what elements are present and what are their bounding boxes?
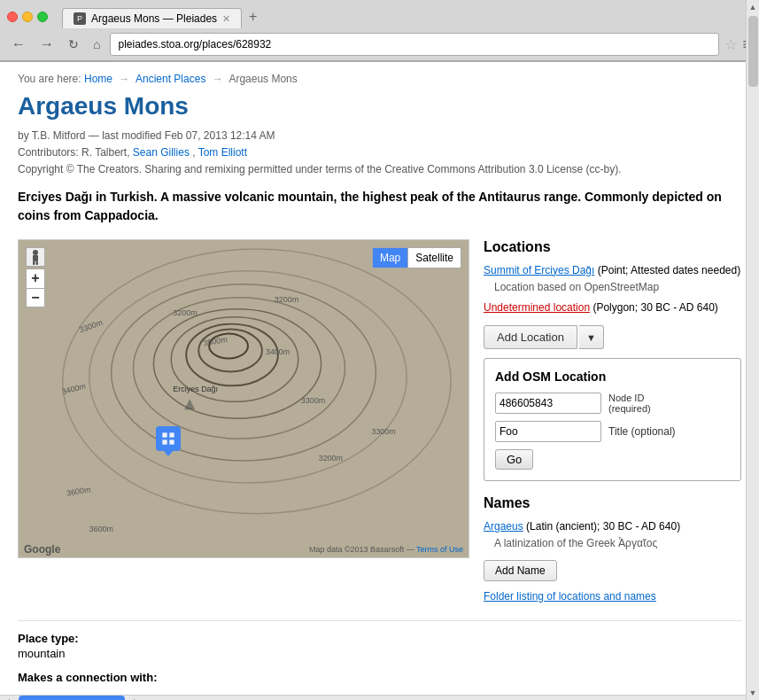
map-terms-link[interactable]: Terms of Use <box>416 545 463 554</box>
svg-rect-24 <box>33 255 38 261</box>
maximize-window-btn[interactable] <box>37 12 48 22</box>
location-detail-0: (Point; Attested dates needed) <box>598 264 740 276</box>
breadcrumb-home-link[interactable]: Home <box>84 73 112 85</box>
main-layout: 3300m 3400m 3600m 3600m 3200m 3200m 3500… <box>18 239 741 603</box>
page-content: You are here: Home → Ancient Places → Ar… <box>0 62 759 695</box>
name-link-0[interactable]: Argaeus <box>484 520 523 533</box>
traffic-lights <box>7 12 48 22</box>
sean-gillies-link[interactable]: Sean Gillies <box>133 146 190 159</box>
name-detail-0: (Latin (ancient); 30 BC - AD 640) <box>526 520 680 533</box>
zoom-out-button[interactable]: − <box>26 288 45 307</box>
breadcrumb-current: Argaeus Mons <box>228 73 297 85</box>
h-scroll-thumb[interactable] <box>19 696 125 700</box>
svg-rect-25 <box>33 261 35 265</box>
location-link-1[interactable]: Undetermined location <box>484 301 590 314</box>
svg-text:3300m: 3300m <box>371 427 395 436</box>
svg-rect-29 <box>162 439 167 444</box>
vertical-scrollbar[interactable]: ▲ ▼ <box>746 0 759 700</box>
page-meta: by T.B. Mitford — last modified Feb 07, … <box>18 128 741 179</box>
page-title: Argaeus Mons <box>18 92 741 121</box>
breadcrumb-ancient-places-link[interactable]: Ancient Places <box>136 73 205 85</box>
address-bar[interactable] <box>110 33 719 56</box>
map-type-map-btn[interactable]: Map <box>373 248 408 268</box>
forward-button[interactable]: → <box>35 35 58 54</box>
minimize-window-btn[interactable] <box>22 12 33 22</box>
svg-text:3400m: 3400m <box>266 347 290 356</box>
meta-line1: by T.B. Mitford — last modified Feb 07, … <box>18 128 741 144</box>
contributors-label: Contributors: R. Talbert, <box>18 146 133 159</box>
map-attribution: Map data ©2013 Basarsoft — Terms of Use <box>309 545 463 554</box>
back-button[interactable]: ← <box>7 35 30 54</box>
meta-line3: Copyright © The Creators. Sharing and re… <box>18 161 741 178</box>
folder-listing-link[interactable]: Folder listing of locations and names <box>484 590 741 603</box>
tom-elliott-link[interactable]: Tom Elliott <box>198 146 247 159</box>
breadcrumb: You are here: Home → Ancient Places → Ar… <box>18 73 741 85</box>
map-footer: Google Map data ©2013 Basarsoft — Terms … <box>19 541 469 557</box>
name-sub-0: A latinization of the Greek Ἀργαῖος <box>494 535 741 552</box>
meta-line2: Contributors: R. Talbert, Sean Gillies ,… <box>18 144 741 161</box>
svg-text:3200m: 3200m <box>319 454 343 463</box>
scroll-left-arrow[interactable]: ◀ <box>0 697 13 701</box>
map-container[interactable]: 3300m 3400m 3600m 3600m 3200m 3200m 3500… <box>18 239 469 558</box>
svg-rect-0 <box>19 240 469 558</box>
scroll-down-arrow[interactable]: ▼ <box>747 688 759 697</box>
scroll-right-arrow[interactable]: ▶ <box>130 697 143 701</box>
svg-point-23 <box>33 250 38 255</box>
title-input[interactable] <box>495 421 601 442</box>
add-location-bar: Add Location ▼ <box>484 325 741 349</box>
new-tab-button[interactable]: + <box>242 5 264 28</box>
place-type-label: Place type: <box>18 632 741 645</box>
bookmark-button[interactable]: ☆ <box>724 36 737 53</box>
names-section-title: Names <box>484 495 741 511</box>
go-button[interactable]: Go <box>495 449 533 470</box>
makes-connection-label: Makes a connection with: <box>18 671 741 684</box>
v-scroll-thumb[interactable] <box>748 16 758 87</box>
svg-text:3300m: 3300m <box>301 396 325 405</box>
you-are-here-label: You are here: <box>18 73 81 85</box>
svg-text:3200m: 3200m <box>173 307 197 316</box>
svg-rect-26 <box>36 261 39 265</box>
tab-bar: P Argaeus Mons — Pleiades ✕ + <box>62 5 264 28</box>
svg-rect-30 <box>169 439 174 444</box>
home-button[interactable]: ⌂ <box>89 35 105 53</box>
tab-close-btn[interactable]: ✕ <box>222 13 230 25</box>
map-pegman-btn[interactable] <box>26 247 45 267</box>
node-id-row: Node ID (required) <box>495 393 730 414</box>
node-id-label: Node ID (required) <box>608 393 651 414</box>
node-id-label-group: Node ID (required) <box>608 393 651 414</box>
add-location-dropdown-btn[interactable]: ▼ <box>579 325 604 349</box>
page-description: Erciyes Dağı in Turkish. A massive volca… <box>18 188 741 225</box>
name-item-0: Argaeus (Latin (ancient); 30 BC - AD 640… <box>484 518 741 552</box>
active-tab[interactable]: P Argaeus Mons — Pleiades ✕ <box>62 8 242 28</box>
locations-section-title: Locations <box>484 239 741 255</box>
place-type-value: mountain <box>18 647 741 660</box>
map-type-selector: Map Satellite <box>372 247 461 268</box>
location-item-1: Undetermined location (Polygon; 30 BC - … <box>484 299 741 316</box>
add-name-button[interactable]: Add Name <box>484 560 557 581</box>
location-link-0[interactable]: Summit of Erciyes Dağı <box>484 264 594 276</box>
zoom-in-button[interactable]: + <box>26 268 45 288</box>
add-location-button[interactable]: Add Location <box>484 325 577 349</box>
breadcrumb-arrow-1: → <box>119 73 129 85</box>
node-id-input[interactable] <box>495 393 601 414</box>
names-section: Names Argaeus (Latin (ancient); 30 BC - … <box>484 495 741 602</box>
map-marker[interactable] <box>156 426 181 451</box>
title-label: Title (optional) <box>608 425 676 438</box>
osm-box-title: Add OSM Location <box>495 369 730 384</box>
location-sub-0: Location based on OpenStreetMap <box>494 279 741 296</box>
google-logo: Google <box>24 543 60 556</box>
title-row: Title (optional) <box>495 421 730 442</box>
place-type-section: Place type: mountain <box>18 620 741 660</box>
reload-button[interactable]: ↻ <box>64 35 83 53</box>
scroll-up-arrow[interactable]: ▲ <box>747 0 759 14</box>
svg-rect-27 <box>162 432 167 437</box>
svg-text:Erciyes Dağı: Erciyes Dağı <box>173 385 218 393</box>
map-zoom-group: + − <box>26 268 45 307</box>
close-window-btn[interactable] <box>7 12 18 22</box>
horizontal-scrollbar[interactable]: ◀ ▶ <box>0 695 759 701</box>
map-controls: + − <box>26 247 45 307</box>
tab-title: Argaeus Mons — Pleiades <box>91 12 217 25</box>
breadcrumb-arrow-2: → <box>213 73 223 85</box>
map-type-satellite-btn[interactable]: Satellite <box>408 248 461 268</box>
svg-text:3200m: 3200m <box>275 294 298 303</box>
